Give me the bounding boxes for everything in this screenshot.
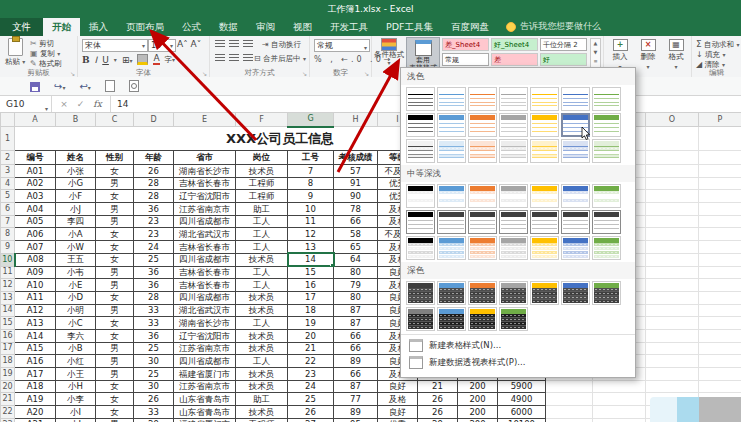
cell[interactable]: 男 <box>96 355 134 368</box>
cell[interactable] <box>593 406 646 419</box>
cell[interactable]: 20 <box>288 329 334 342</box>
cell[interactable]: 16 <box>288 279 334 292</box>
header-cell[interactable]: 考核成绩 <box>334 151 378 165</box>
table-style-thumbnail-hovered[interactable] <box>561 113 590 137</box>
cell[interactable]: 湖南省长沙市 <box>174 165 236 178</box>
cell[interactable]: 29 <box>134 418 174 422</box>
row-header-1[interactable]: 1 <box>1 127 15 151</box>
cell[interactable]: A20 <box>15 406 56 419</box>
cell[interactable]: 200 <box>458 393 498 406</box>
cell[interactable] <box>646 279 699 292</box>
cell[interactable] <box>546 380 593 393</box>
col-header-P[interactable]: P <box>699 113 741 127</box>
cell[interactable]: A17 <box>15 368 56 381</box>
cell[interactable]: 26 <box>418 406 458 419</box>
table-style-thumbnail[interactable] <box>468 210 497 234</box>
cell[interactable]: 吉林省长春市 <box>174 241 236 254</box>
cell[interactable] <box>699 329 741 342</box>
col-header-G[interactable]: G <box>288 113 334 127</box>
cell[interactable]: 87 <box>334 304 378 317</box>
cell[interactable]: 28 <box>134 177 174 190</box>
row-header-9[interactable]: 9 <box>1 241 15 254</box>
table-style-thumbnail[interactable] <box>437 184 466 208</box>
cell[interactable]: 66 <box>334 329 378 342</box>
col-header-O[interactable]: O <box>646 113 699 127</box>
cell[interactable]: A12 <box>15 304 56 317</box>
table-style-thumbnail[interactable] <box>530 113 559 137</box>
align-bottom-icon[interactable] <box>243 40 253 48</box>
cell[interactable]: 26 <box>288 406 334 419</box>
cell[interactable]: A19 <box>15 393 56 406</box>
cell[interactable]: 江苏省南京市 <box>174 203 236 216</box>
col-header-H[interactable]: H <box>334 113 378 127</box>
cell[interactable]: 小红 <box>56 355 96 368</box>
font-color-icon[interactable]: A <box>153 54 159 65</box>
cell[interactable]: A18 <box>15 380 56 393</box>
table-style-thumbnail[interactable] <box>468 236 497 260</box>
dialog-launcher-icon[interactable]: ↘ <box>364 70 369 77</box>
cell[interactable] <box>646 329 699 342</box>
cell[interactable]: 小I <box>56 406 96 419</box>
cell[interactable]: 工程师 <box>236 190 288 203</box>
cell[interactable]: 男 <box>96 266 134 279</box>
table-style-thumbnail[interactable] <box>499 139 528 163</box>
ribbon-tab-10[interactable]: 百度网盘 <box>442 18 498 36</box>
cell[interactable]: 技术员 <box>236 329 288 342</box>
cell[interactable]: 工人 <box>236 317 288 330</box>
cell[interactable]: 男 <box>96 418 134 422</box>
cell[interactable]: 吉林省长春市 <box>174 177 236 190</box>
table-style-thumbnail[interactable] <box>437 281 466 305</box>
row-header-3[interactable]: 3 <box>1 165 15 178</box>
cell[interactable]: 6000 <box>498 406 546 419</box>
col-header-E[interactable]: E <box>174 113 236 127</box>
gallery-scroll-buttons[interactable]: ▲▼≡ <box>590 38 601 70</box>
cell[interactable]: 25 <box>134 342 174 355</box>
cell[interactable]: 57 <box>334 165 378 178</box>
cell[interactable]: 男 <box>96 368 134 381</box>
ribbon-tab-1[interactable]: 开始 <box>43 18 80 36</box>
header-cell[interactable]: 编号 <box>15 151 56 165</box>
cell[interactable]: 女 <box>96 393 134 406</box>
phonetic-guide-icon[interactable]: 字▾ <box>165 55 176 65</box>
cell[interactable]: 江苏省南京市 <box>174 380 236 393</box>
enter-icon[interactable]: ✓ <box>77 99 85 109</box>
cell-style-chip[interactable]: 差 <box>491 53 538 66</box>
conditional-formatting-button[interactable]: 条件格式▾ <box>374 38 404 67</box>
cell[interactable] <box>646 151 699 165</box>
align-top-icon[interactable] <box>215 40 225 48</box>
delete-cells-button[interactable]: × 删除▾ <box>635 39 661 71</box>
ribbon-tab-3[interactable]: 页面布局 <box>117 18 173 36</box>
cell[interactable]: 女 <box>96 329 134 342</box>
cell[interactable] <box>699 266 741 279</box>
ribbon-tab-9[interactable]: PDF工具集 <box>377 18 442 36</box>
cell[interactable] <box>699 228 741 241</box>
cell[interactable]: 33 <box>134 304 174 317</box>
cell[interactable]: 66 <box>334 215 378 228</box>
cell[interactable]: 小J <box>56 418 96 422</box>
ribbon-tab-7[interactable]: 视图 <box>284 18 321 36</box>
cell[interactable]: 女 <box>96 165 134 178</box>
cell[interactable] <box>699 190 741 203</box>
cell[interactable]: 辽宁省沈阳市 <box>174 190 236 203</box>
table-style-thumbnail[interactable] <box>530 87 559 111</box>
cell[interactable] <box>699 279 741 292</box>
ribbon-tab-8[interactable]: 开发工具 <box>321 18 377 36</box>
cell[interactable]: A01 <box>15 165 56 178</box>
cell[interactable]: 87 <box>334 380 378 393</box>
cell[interactable]: 四川省成都市 <box>174 291 236 304</box>
cell[interactable]: 技术员 <box>236 342 288 355</box>
italic-button[interactable]: I <box>95 55 98 65</box>
cell[interactable]: 15 <box>288 266 334 279</box>
cell[interactable]: 36 <box>134 279 174 292</box>
cell[interactable]: 30 <box>134 355 174 368</box>
cell[interactable]: 89 <box>334 406 378 419</box>
align-middle-icon[interactable] <box>229 40 239 48</box>
cell[interactable]: 小王 <box>56 368 96 381</box>
cell[interactable]: 助工 <box>236 203 288 216</box>
cell-style-chip[interactable]: 差_Sheet4 <box>442 38 489 51</box>
col-header-C[interactable]: C <box>96 113 134 127</box>
cell[interactable] <box>699 127 741 151</box>
cell[interactable]: 200 <box>458 380 498 393</box>
cell[interactable]: 29 <box>418 418 458 422</box>
cell[interactable]: 200 <box>458 406 498 419</box>
